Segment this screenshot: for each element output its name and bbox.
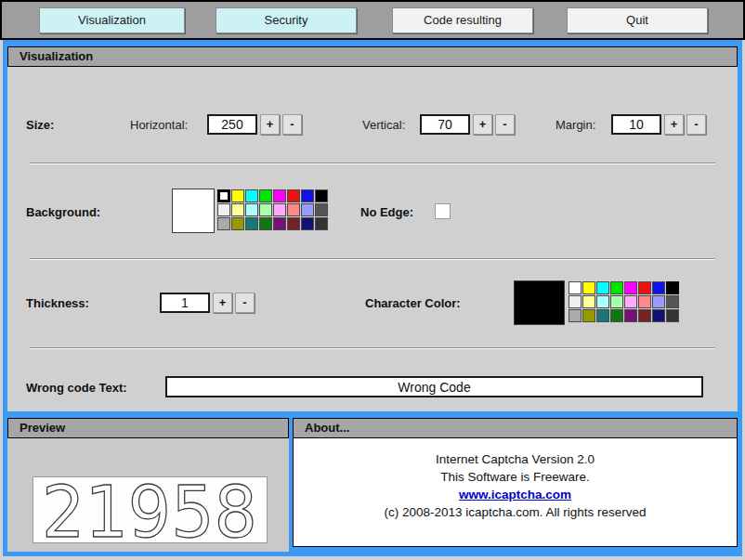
horizontal-plus-button[interactable]: +	[260, 114, 280, 135]
palette-swatch[interactable]	[569, 309, 582, 322]
about-panel-title: About...	[293, 418, 738, 438]
vertical-label: Vertical:	[362, 118, 405, 132]
security-button[interactable]: Security	[216, 7, 357, 33]
visualization-panel: Visualization Size: Horizontal: + - Vert…	[7, 46, 738, 411]
palette-swatch[interactable]	[638, 295, 651, 308]
visualization-panel-title: Visualization	[7, 46, 738, 67]
divider	[30, 258, 715, 260]
palette-swatch[interactable]	[231, 203, 244, 216]
character-color-label: Character Color:	[365, 296, 461, 310]
toolbar: Visualization Security Code resulting Qu…	[0, 0, 745, 40]
palette-swatch[interactable]	[610, 309, 623, 322]
palette-swatch[interactable]	[569, 295, 582, 308]
about-line-version: Internet Captcha Version 2.0	[294, 450, 737, 468]
palette-swatch[interactable]	[638, 281, 651, 294]
margin-minus-button[interactable]: -	[686, 114, 706, 135]
palette-swatch[interactable]	[301, 203, 314, 216]
horizontal-label: Horizontal:	[130, 118, 188, 132]
palette-swatch[interactable]	[301, 217, 314, 230]
palette-swatch[interactable]	[624, 309, 637, 322]
visualization-panel-body: Size: Horizontal: + - Vertical: + - Marg…	[7, 67, 738, 411]
palette-swatch[interactable]	[245, 217, 258, 230]
palette-swatch[interactable]	[582, 281, 595, 294]
palette-swatch[interactable]	[624, 295, 637, 308]
palette-swatch[interactable]	[315, 217, 328, 230]
palette-swatch[interactable]	[217, 217, 230, 230]
palette-swatch[interactable]	[287, 217, 300, 230]
character-selected-swatch[interactable]	[514, 280, 565, 325]
thickness-label: Thickness:	[26, 296, 89, 310]
margin-input[interactable]	[611, 114, 661, 135]
about-panel-body: Internet Captcha Version 2.0 This Softwa…	[293, 438, 738, 547]
palette-swatch[interactable]	[273, 203, 286, 216]
preview-panel: Preview 21958	[7, 418, 289, 552]
horizontal-input[interactable]	[207, 114, 257, 135]
wrong-code-label: Wrong code Text:	[26, 381, 127, 395]
client-area: Visualization Size: Horizontal: + - Vert…	[0, 40, 745, 556]
palette-swatch[interactable]	[315, 203, 328, 216]
palette-swatch[interactable]	[652, 281, 665, 294]
palette-swatch[interactable]	[259, 217, 272, 230]
palette-swatch[interactable]	[582, 309, 595, 322]
palette-swatch[interactable]	[217, 203, 230, 216]
divider	[30, 347, 715, 349]
about-line-copyright: (c) 2008-2013 icaptcha.com. All rights r…	[294, 503, 737, 521]
background-label: Background:	[26, 205, 100, 219]
window-bottom-frame	[0, 556, 745, 560]
palette-swatch[interactable]	[596, 281, 609, 294]
wrong-code-input[interactable]	[165, 376, 703, 397]
palette-swatch[interactable]	[273, 189, 286, 202]
palette-swatch[interactable]	[652, 295, 665, 308]
palette-swatch[interactable]	[666, 309, 679, 322]
palette-swatch[interactable]	[666, 295, 679, 308]
background-selected-swatch[interactable]	[172, 189, 215, 233]
palette-swatch[interactable]	[652, 309, 665, 322]
palette-swatch[interactable]	[245, 189, 258, 202]
palette-swatch[interactable]	[217, 189, 230, 202]
code-resulting-button[interactable]: Code resulting	[392, 7, 533, 33]
palette-swatch[interactable]	[287, 203, 300, 216]
palette-swatch[interactable]	[610, 281, 623, 294]
preview-panel-body: 21958	[7, 438, 289, 552]
palette-swatch[interactable]	[666, 281, 679, 294]
palette-swatch[interactable]	[245, 203, 258, 216]
preview-panel-title: Preview	[7, 418, 289, 438]
about-line-freeware: This Software is Freeware.	[294, 468, 737, 486]
no-edge-label: No Edge:	[360, 205, 413, 219]
icaptcha-link[interactable]: www.icaptcha.com	[294, 486, 737, 503]
thickness-minus-button[interactable]: -	[235, 293, 255, 313]
visualization-button[interactable]: Visualization	[39, 7, 185, 33]
vertical-minus-button[interactable]: -	[495, 114, 515, 135]
palette-swatch[interactable]	[273, 217, 286, 230]
palette-swatch[interactable]	[231, 189, 244, 202]
svg-text:21958: 21958	[42, 477, 257, 542]
divider	[30, 163, 715, 164]
palette-swatch[interactable]	[315, 189, 328, 202]
margin-label: Margin:	[555, 118, 595, 132]
thickness-plus-button[interactable]: +	[213, 293, 232, 313]
vertical-input[interactable]	[420, 114, 470, 135]
palette-swatch[interactable]	[259, 203, 272, 216]
palette-swatch[interactable]	[610, 295, 623, 308]
size-label: Size:	[26, 118, 54, 132]
horizontal-minus-button[interactable]: -	[282, 114, 302, 135]
palette-swatch[interactable]	[582, 295, 595, 308]
margin-plus-button[interactable]: +	[664, 114, 684, 135]
vertical-plus-button[interactable]: +	[473, 114, 492, 135]
quit-button[interactable]: Quit	[567, 7, 708, 33]
no-edge-checkbox[interactable]	[435, 203, 451, 219]
palette-swatch[interactable]	[287, 189, 300, 202]
palette-swatch[interactable]	[231, 217, 244, 230]
thickness-input[interactable]	[160, 293, 210, 313]
palette-swatch[interactable]	[301, 189, 314, 202]
app-window: Visualization Security Code resulting Qu…	[0, 0, 745, 560]
palette-swatch[interactable]	[624, 281, 637, 294]
palette-swatch[interactable]	[596, 309, 609, 322]
captcha-image: 21958	[33, 476, 268, 543]
palette-swatch[interactable]	[259, 189, 272, 202]
palette-swatch[interactable]	[638, 309, 651, 322]
palette-swatch[interactable]	[596, 295, 609, 308]
palette-swatch[interactable]	[569, 281, 582, 294]
background-color-palette	[217, 189, 328, 230]
about-panel: About... Internet Captcha Version 2.0 Th…	[293, 418, 738, 547]
